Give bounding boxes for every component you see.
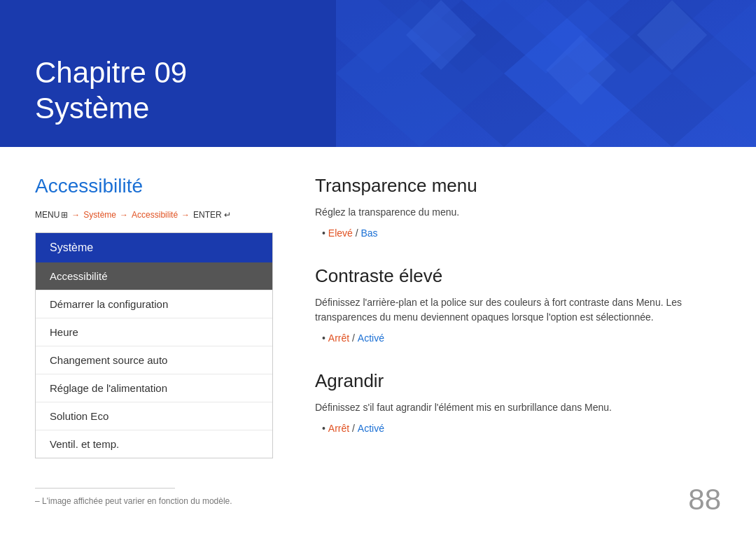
option-separator-3: /: [352, 423, 358, 434]
option-arret-1: Arrêt: [328, 332, 349, 344]
footer-note: L'image affichée peut varier en fonction…: [35, 496, 232, 506]
left-column: Accessibilité MENU ⊞ → Système → Accessi…: [35, 175, 273, 461]
system-menu: Système Accessibilité Démarrer la config…: [35, 232, 273, 458]
option-active-1: Activé: [358, 332, 384, 344]
breadcrumb-arrow-1: →: [71, 210, 80, 220]
breadcrumb-link-systeme: Système: [83, 210, 116, 220]
transparence-title: Transparence menu: [315, 175, 721, 197]
menu-item-heure[interactable]: Heure: [36, 318, 272, 346]
header-decoration: [336, 0, 756, 147]
menu-item-reglage[interactable]: Réglage de l'alimentation: [36, 374, 272, 402]
transparence-options: Elevé / Bas: [315, 225, 721, 241]
breadcrumb-arrow-3: →: [181, 210, 190, 220]
option-active-2: Activé: [358, 423, 384, 434]
menu-item-demarrer[interactable]: Démarrer la configuration: [36, 290, 272, 318]
contraste-desc: Définissez l'arrière-plan et la police s…: [315, 295, 721, 325]
contraste-title: Contraste élevé: [315, 265, 721, 287]
option-eleve: Elevé: [328, 227, 353, 239]
option-separator-2: /: [352, 332, 358, 344]
option-bas: Bas: [361, 227, 378, 239]
menu-item-accessibilite[interactable]: Accessibilité: [36, 262, 272, 290]
main-content: Accessibilité MENU ⊞ → Système → Accessi…: [0, 147, 756, 482]
footer-divider: [35, 488, 175, 489]
option-separator-1: /: [356, 227, 361, 239]
menu-item-changement[interactable]: Changement source auto: [36, 346, 272, 374]
breadcrumb: MENU ⊞ → Système → Accessibilité → ENTER…: [35, 210, 273, 220]
option-arret-2: Arrêt: [328, 423, 349, 434]
breadcrumb-arrow-2: →: [120, 210, 128, 220]
contraste-options: Arrêt / Activé: [315, 330, 721, 346]
page-number: 88: [688, 483, 721, 517]
agrandir-option-item: Arrêt / Activé: [322, 421, 721, 436]
breadcrumb-link-accessibilite: Accessibilité: [132, 210, 178, 220]
page-header: Chapitre 09 Système: [0, 0, 756, 147]
section-transparence: Transparence menu Réglez la transparence…: [315, 175, 721, 241]
menu-item-ventil[interactable]: Ventil. et temp.: [36, 430, 272, 458]
right-column: Transparence menu Réglez la transparence…: [301, 175, 721, 461]
menu-icon: ⊞: [61, 210, 68, 220]
contraste-option-item: Arrêt / Activé: [322, 330, 721, 346]
section-agrandir: Agrandir Définissez s'il faut agrandir l…: [315, 370, 721, 436]
transparence-option-item: Elevé / Bas: [322, 225, 721, 241]
menu-item-solution-eco[interactable]: Solution Eco: [36, 402, 272, 430]
breadcrumb-menu: MENU: [35, 210, 59, 220]
transparence-desc: Réglez la transparence du menu.: [315, 205, 721, 220]
agrandir-title: Agrandir: [315, 370, 721, 392]
accessibility-title: Accessibilité: [35, 175, 273, 197]
breadcrumb-enter: ENTER ↵: [193, 210, 231, 220]
menu-header: Système: [36, 233, 272, 262]
section-contraste: Contraste élevé Définissez l'arrière-pla…: [315, 265, 721, 346]
agrandir-desc: Définissez s'il faut agrandir l'élément …: [315, 400, 721, 415]
chapter-title: Chapitre 09 Système: [35, 55, 187, 126]
agrandir-options: Arrêt / Activé: [315, 421, 721, 436]
